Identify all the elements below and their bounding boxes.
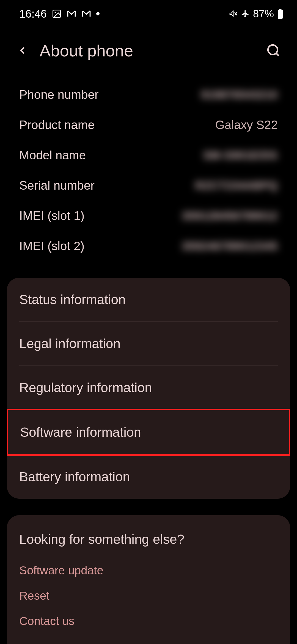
imei1-row[interactable]: IMEI (slot 1) 359128456789012 [19, 201, 278, 231]
battery-percent: 87% [253, 8, 274, 20]
mute-icon [229, 9, 238, 18]
contact-us-link[interactable]: Contact us [19, 608, 278, 634]
imei2-row[interactable]: IMEI (slot 2) 359246789012345 [19, 231, 278, 261]
imei2-label: IMEI (slot 2) [19, 239, 84, 253]
footer-card: Looking for something else? Software upd… [7, 515, 290, 644]
product-name-row[interactable]: Product name Galaxy S22 [19, 110, 278, 140]
serial-number-label: Serial number [19, 179, 95, 192]
product-name-label: Product name [19, 118, 95, 132]
svg-rect-3 [279, 9, 282, 10]
device-info-section: Phone number 919876543210 Product name G… [0, 74, 297, 278]
imei1-value: 359128456789012 [182, 210, 278, 222]
reset-link[interactable]: Reset [19, 583, 278, 608]
product-name-value: Galaxy S22 [215, 118, 278, 132]
status-time: 16:46 [19, 8, 47, 20]
page-header: About phone [0, 28, 297, 74]
status-bar: 16:46 87% [0, 0, 297, 28]
imei1-label: IMEI (slot 1) [19, 209, 84, 223]
software-update-link[interactable]: Software update [19, 558, 278, 583]
status-information-item[interactable]: Status information [7, 278, 290, 321]
back-button[interactable] [16, 44, 29, 58]
status-right: 87% [229, 8, 283, 20]
image-icon [52, 9, 62, 19]
imei2-value: 359246789012345 [182, 240, 278, 252]
notification-dot-icon [96, 12, 100, 15]
serial-number-value: RZCT234ABPQ [195, 179, 278, 192]
gmail-icon [67, 9, 76, 19]
regulatory-information-item[interactable]: Regulatory information [7, 366, 290, 410]
serial-number-row[interactable]: Serial number RZCT234ABPQ [19, 170, 278, 201]
model-name-label: Model name [19, 148, 86, 162]
search-button[interactable] [266, 43, 280, 59]
airplane-icon [241, 9, 250, 18]
legal-information-item[interactable]: Legal information [7, 322, 290, 365]
battery-information-item[interactable]: Battery information [7, 455, 290, 499]
status-left: 16:46 [19, 8, 100, 20]
battery-icon [277, 9, 283, 19]
info-card: Status information Legal information Reg… [7, 278, 290, 499]
phone-number-row[interactable]: Phone number 919876543210 [19, 80, 278, 110]
phone-number-value: 919876543210 [201, 89, 278, 101]
model-name-row[interactable]: Model name SM-S901E/DS [19, 140, 278, 170]
gmail-icon-2 [81, 9, 91, 19]
footer-title: Looking for something else? [19, 532, 278, 547]
page-title: About phone [40, 41, 255, 60]
svg-point-4 [268, 45, 278, 54]
phone-number-label: Phone number [19, 88, 99, 102]
svg-rect-2 [278, 10, 283, 19]
model-name-value: SM-S901E/DS [203, 149, 278, 162]
svg-point-1 [55, 12, 56, 13]
software-information-item[interactable]: Software information [7, 409, 290, 456]
